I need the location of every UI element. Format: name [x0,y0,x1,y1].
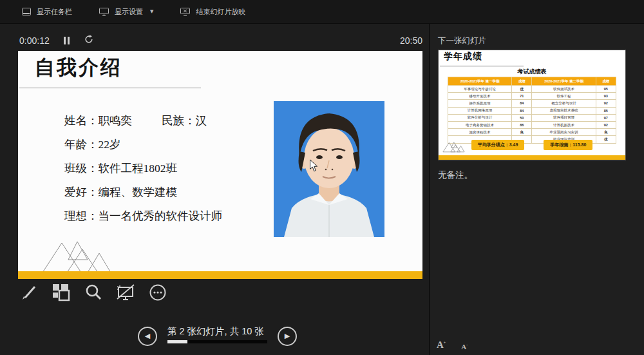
show-taskbar-label: 显示任务栏 [37,7,72,17]
black-screen-icon [115,283,136,303]
previous-slide-button[interactable]: ◀ [138,327,157,346]
increase-font-button[interactable]: A+ [434,338,448,352]
more-options-button[interactable] [146,281,170,305]
table-row: 移动开发技术71软件工程93 [448,93,616,100]
slide-line-hobby: 爱好：编程、数学建模 [64,180,222,204]
next-slide-label: 下一张幻灯片 [438,35,486,46]
slide-line-nation: 民族：汉 [162,114,207,127]
table-row: 计算机网络原理84虚拟现实技术基础85 [448,107,616,114]
taskbar-icon [22,8,31,15]
slide-line-class: 班级：软件工程1802班 [64,157,222,180]
more-options-icon [149,283,167,303]
clock-time: 20:50 [392,35,422,46]
restart-icon [84,36,93,46]
pen-icon [20,283,38,303]
thumbnail-accent-bar [439,155,625,160]
mountain-logo [39,240,125,275]
display-settings-label: 显示设置 [115,7,143,17]
slide-accent-bar [18,271,422,279]
show-taskbar-button[interactable]: 显示任务栏 [22,7,72,17]
zoom-icon [84,283,102,303]
pen-tool-button[interactable] [17,281,41,305]
next-slide-panel: 下一张幻灯片 学年成绩 考试成绩表 2020-2021学年 第一学期 成绩 20… [429,24,644,355]
end-show-icon [180,8,190,16]
next-slide-button[interactable]: ▶ [278,327,297,346]
slide-title: 自我介绍 [35,54,122,81]
slide-progress-bar [167,340,267,343]
slide-position: 第 2 张幻灯片, 共 10 张 [167,325,267,343]
thumbnail-slide-title: 学年成绩 [444,51,482,62]
slide-navigation: ◀ 第 2 张幻灯片, 共 10 张 ▶ [138,325,297,346]
display-settings-icon [99,8,109,16]
title-underline [19,88,201,88]
slide-position-label: 第 2 张幻灯片, 共 10 张 [167,325,264,338]
gpa-badge: 平均学分绩点：3.49 [471,140,525,150]
display-settings-button[interactable]: 显示设置 ▼ [99,7,153,17]
cursor-arrow-icon [309,159,318,175]
end-slideshow-button[interactable]: 结束幻灯片放映 [180,7,245,17]
timer-row: 0:00:12 [19,34,94,46]
see-all-slides-button[interactable] [49,281,73,305]
slide-body: 姓名：职鸣奕民族：汉 年龄：22岁 班级：软件工程1802班 爱好：编程、数学建… [64,109,222,228]
portrait-photo [274,101,384,237]
decrease-font-button[interactable]: A- [459,341,470,352]
prev-slide-icon: ◀ [145,332,150,340]
zoom-slide-button[interactable] [81,281,106,305]
notes-font-controls: A+ A- [434,338,470,352]
pause-timer-button[interactable] [62,35,71,46]
slide-line-age: 年龄：22岁 [64,133,222,157]
grade-table: 2020-2021学年 第一学期 成绩 2020-2021学年 第二学期 成绩 … [448,77,616,144]
restart-timer-button[interactable] [84,34,94,46]
table-row: 混合课程技术良毕业顶岗实习实训良 [448,129,616,136]
table-row: 电子商务营销技术86计算机新技术92 [448,121,616,128]
table-row: 操作系统原理84概念分析与设计92 [448,100,616,107]
next-slide-icon: ▶ [285,332,290,340]
black-screen-button[interactable] [113,281,138,305]
table-row: 军事理论与专题讨论优软件测试技术95 [448,86,616,93]
end-slideshow-label: 结束幻灯片放映 [196,7,245,17]
chevron-down-icon: ▼ [150,9,153,14]
slide-line-dream: 理想：当一名优秀的软件设计师 [64,204,222,228]
slide-progress-fill [167,340,187,343]
annotation-toolbar [17,281,170,305]
presenter-toolbar: 显示任务栏 显示设置 ▼ 结束幻灯片放映 [0,0,644,24]
elapsed-time: 0:00:12 [19,35,50,46]
current-slide[interactable]: 自我介绍 姓名：职鸣奕民族：汉 年龄：22岁 班级：软件工程1802班 爱好：编… [18,51,422,279]
thumbnail-title-underline [440,66,524,66]
slide-line-name: 姓名：职鸣奕民族：汉 [64,109,222,133]
grade-table-title: 考试成绩表 [439,68,625,76]
total-score-badge: 学年综测：115.80 [544,140,592,150]
slide-sorter-icon [52,283,70,303]
next-slide-thumbnail[interactable]: 学年成绩 考试成绩表 2020-2021学年 第一学期 成绩 2020-2021… [438,50,626,160]
notes-text: 无备注。 [438,169,473,181]
pause-icon [64,37,66,44]
table-row: 软件分析与设计50软件项目管理97 [448,114,616,121]
grade-table-header-row: 2020-2021学年 第一学期 成绩 2020-2021学年 第二学期 成绩 [448,77,616,86]
